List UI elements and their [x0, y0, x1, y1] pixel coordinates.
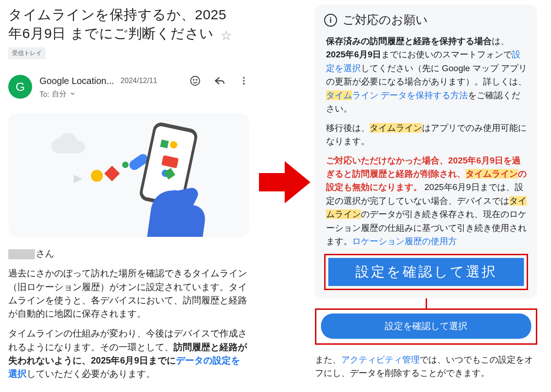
info-footer: また、アクティビティ管理では、いつでもこの設定をオフにし、データを削除することが…: [315, 353, 537, 380]
keep-timeline-link-2[interactable]: ライン データを保持する方法: [352, 90, 468, 100]
keep-timeline-link[interactable]: タイム: [326, 90, 352, 100]
svg-point-2: [196, 79, 197, 80]
info-pane: i ご対応のお願い 保存済みの訪問履歴と経路を保持する場合は、2025年6月9日…: [312, 0, 542, 392]
greeting-suffix: さん: [36, 248, 54, 258]
inbox-label[interactable]: 受信トレイ: [8, 47, 45, 59]
email-subject-line2: 年6月9日 までにご判断ください: [8, 24, 214, 43]
svg-marker-7: [259, 161, 310, 203]
info-p1: 保存済みの訪問履歴と経路を保持する場合は、2025年6月9日までにお使いのスマー…: [326, 34, 528, 116]
cloud-icon: [50, 132, 91, 160]
cta-band: 設定を確認して選択: [328, 258, 524, 286]
to-value: 自分: [52, 90, 67, 99]
svg-point-5: [243, 83, 245, 85]
location-history-usage-link[interactable]: ロケーション履歴の使用方: [352, 236, 457, 246]
hand-icon: [129, 167, 225, 237]
arrow-right-icon: [257, 155, 312, 210]
screen-shape-1: [160, 140, 169, 148]
to-label: To:: [39, 90, 49, 99]
more-icon[interactable]: [239, 75, 249, 87]
confirm-settings-button[interactable]: 設定を確認して選択: [321, 314, 531, 339]
body-p2: タイムラインの仕組みが変わり、今後はデバイスで作成されるようになります。その一環…: [8, 327, 249, 381]
svg-point-3: [243, 77, 245, 79]
info-p2: 移行後は、タイムラインはアプリでのみ使用可能になります。: [326, 121, 528, 148]
diamond-red-icon: [104, 166, 120, 181]
svg-point-0: [191, 76, 200, 85]
info-card: i ご対応のお願い 保存済みの訪問履歴と経路を保持する場合は、2025年6月9日…: [315, 5, 537, 298]
info-icon: i: [324, 14, 337, 27]
email-pane: タイムラインを保持するか、2025 年6月9日 までにご判断ください ☆ 受信ト…: [0, 0, 257, 392]
hero-illustration: [8, 113, 249, 237]
react-icon[interactable]: [189, 75, 201, 87]
cta-highlight-box: 設定を確認して選択: [324, 254, 528, 290]
reply-icon[interactable]: [214, 75, 226, 87]
dot-green-icon: [122, 162, 129, 168]
arrow-separator: [257, 0, 312, 392]
sender-name[interactable]: Google Location...: [39, 76, 114, 86]
redacted-name: [8, 249, 35, 259]
email-body: さん 過去にさかのぼって訪れた場所を確認できるタイムライン（旧ロケーション履歴）…: [8, 247, 249, 381]
email-subject-line1: タイムラインを保持するか、2025: [8, 6, 232, 24]
play-icon: [72, 173, 84, 185]
chevron-down-icon[interactable]: [69, 90, 76, 99]
svg-point-1: [193, 79, 194, 80]
sender-date: 2024/12/11: [120, 77, 157, 85]
activity-controls-link[interactable]: アクティビティ管理: [341, 355, 420, 364]
info-heading: ご対応のお願い: [343, 12, 428, 28]
avatar[interactable]: G: [8, 75, 32, 99]
dot-yellow-icon: [91, 170, 103, 182]
svg-marker-6: [74, 175, 83, 184]
svg-point-4: [243, 80, 245, 82]
cta-connector: [315, 298, 537, 308]
recipient-line[interactable]: To: 自分: [39, 90, 249, 99]
info-p3: ご対応いただけなかった場合、2025年6月9日を過ぎると訪問履歴と経路が削除され…: [326, 154, 528, 248]
cta-button-box: 設定を確認して選択: [315, 308, 537, 345]
body-p1: 過去にさかのぼって訪れた場所を確認できるタイムライン（旧ロケーション履歴）がオン…: [8, 267, 249, 320]
star-icon[interactable]: ☆: [220, 28, 232, 43]
